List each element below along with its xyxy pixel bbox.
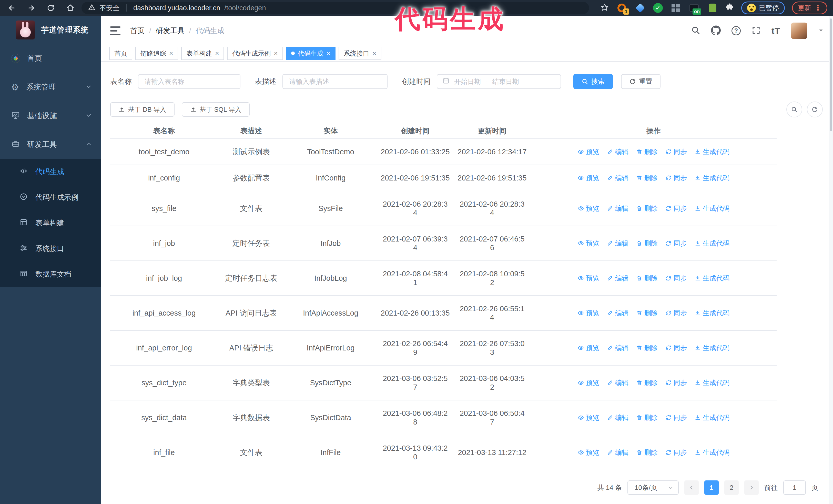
extension-feed-icon[interactable]: 1	[616, 2, 627, 14]
preview-link[interactable]: 预览	[578, 309, 599, 317]
generate-code-link[interactable]: 生成代码	[695, 173, 730, 182]
delete-link[interactable]: 删除	[636, 173, 658, 182]
edit-link[interactable]: 编辑	[607, 413, 628, 422]
prev-page-button[interactable]	[684, 480, 699, 495]
preview-link[interactable]: 预览	[578, 274, 599, 283]
preview-link[interactable]: 预览	[578, 343, 599, 352]
browser-update-chip[interactable]: 更新⋮	[792, 2, 827, 14]
bookmark-star-icon[interactable]	[600, 3, 609, 13]
delete-link[interactable]: 删除	[636, 239, 658, 248]
import-sql-button[interactable]: 基于 SQL 导入	[182, 102, 249, 117]
address-bar[interactable]: 不安全 dashboard.yudao.iocoder.cn/tool/code…	[81, 2, 589, 14]
help-icon[interactable]: ?	[732, 26, 741, 35]
edit-link[interactable]: 编辑	[607, 173, 628, 182]
delete-link[interactable]: 删除	[636, 343, 658, 352]
delete-link[interactable]: 删除	[636, 274, 658, 283]
sync-link[interactable]: 同步	[665, 147, 687, 156]
sidebar-item-db-doc[interactable]: 数据库文档	[0, 262, 101, 287]
edit-link[interactable]: 编辑	[607, 309, 628, 317]
caret-down-icon[interactable]	[818, 27, 824, 34]
tab-codegen[interactable]: 代码生成×	[286, 47, 335, 60]
sidebar-item-home[interactable]: 首页	[0, 44, 101, 73]
generate-code-link[interactable]: 生成代码	[695, 239, 730, 248]
sync-link[interactable]: 同步	[665, 343, 687, 352]
edit-link[interactable]: 编辑	[607, 448, 628, 457]
refresh-button[interactable]	[807, 101, 823, 117]
table-desc-input[interactable]	[282, 74, 387, 89]
preview-link[interactable]: 预览	[578, 239, 599, 248]
edit-link[interactable]: 编辑	[607, 274, 628, 283]
search-button[interactable]: 搜索	[573, 74, 613, 89]
sync-link[interactable]: 同步	[665, 274, 687, 283]
import-db-button[interactable]: 基于 DB 导入	[110, 102, 174, 117]
sync-link[interactable]: 同步	[665, 173, 687, 182]
tab-home[interactable]: 首页	[109, 47, 132, 60]
avatar[interactable]	[791, 23, 807, 39]
security-label[interactable]: 不安全	[99, 4, 119, 13]
close-icon[interactable]: ×	[327, 50, 330, 57]
sync-link[interactable]: 同步	[665, 309, 687, 317]
table-name-input[interactable]	[138, 74, 240, 89]
forward-icon[interactable]	[27, 4, 35, 12]
edit-link[interactable]: 编辑	[607, 147, 628, 156]
preview-link[interactable]: 预览	[578, 204, 599, 213]
delete-link[interactable]: 删除	[636, 378, 658, 387]
edit-link[interactable]: 编辑	[607, 204, 628, 213]
page-size-select[interactable]: 10条/页	[627, 480, 679, 495]
page-button-2[interactable]: 2	[724, 480, 739, 495]
date-start-placeholder[interactable]: 开始日期	[454, 77, 481, 86]
reset-button[interactable]: 重置	[621, 74, 661, 89]
preview-link[interactable]: 预览	[578, 147, 599, 156]
tab-form-builder[interactable]: 表单构建×	[181, 47, 224, 60]
close-icon[interactable]: ×	[373, 50, 376, 57]
generate-code-link[interactable]: 生成代码	[695, 274, 730, 283]
generate-code-link[interactable]: 生成代码	[695, 309, 730, 317]
extension-grid-icon[interactable]	[670, 2, 681, 14]
extension-check-icon[interactable]: ✓	[653, 3, 663, 13]
sync-link[interactable]: 同步	[665, 239, 687, 248]
preview-link[interactable]: 预览	[578, 378, 599, 387]
close-icon[interactable]: ×	[274, 50, 278, 57]
generate-code-link[interactable]: 生成代码	[695, 378, 730, 387]
next-page-button[interactable]	[744, 480, 759, 495]
scrollbar-thumb[interactable]	[830, 19, 832, 131]
search-icon[interactable]	[691, 26, 700, 36]
date-range-picker[interactable]: 开始日期 - 结束日期	[437, 74, 561, 89]
sidebar-item-codegen-example[interactable]: 代码生成示例	[0, 185, 101, 210]
tab-tracing[interactable]: 链路追踪×	[135, 47, 178, 60]
profile-paused-chip[interactable]: 已暂停	[741, 2, 785, 14]
sidebar-item-system[interactable]: ⚙ 系统管理	[0, 73, 101, 101]
sidebar-item-system-api[interactable]: 系统接口	[0, 236, 101, 262]
delete-link[interactable]: 删除	[636, 147, 658, 156]
home-icon[interactable]	[66, 4, 74, 12]
preview-link[interactable]: 预览	[578, 173, 599, 182]
toggle-search-button[interactable]	[786, 101, 802, 117]
delete-link[interactable]: 删除	[636, 204, 658, 213]
generate-code-link[interactable]: 生成代码	[695, 448, 730, 457]
close-icon[interactable]: ×	[169, 50, 173, 57]
generate-code-link[interactable]: 生成代码	[695, 413, 730, 422]
edit-link[interactable]: 编辑	[607, 343, 628, 352]
sync-link[interactable]: 同步	[665, 448, 687, 457]
generate-code-link[interactable]: 生成代码	[695, 204, 730, 213]
delete-link[interactable]: 删除	[636, 413, 658, 422]
extension-switch-icon[interactable]: on	[688, 2, 700, 14]
extension-gem-icon[interactable]	[635, 2, 646, 14]
date-end-placeholder[interactable]: 结束日期	[492, 77, 519, 86]
delete-link[interactable]: 删除	[636, 448, 658, 457]
page-button-1[interactable]: 1	[704, 480, 719, 495]
generate-code-link[interactable]: 生成代码	[695, 343, 730, 352]
back-icon[interactable]	[8, 4, 16, 12]
sidebar-item-infra[interactable]: 基础设施	[0, 101, 101, 130]
close-icon[interactable]: ×	[215, 50, 219, 57]
sidebar-logo-row[interactable]: 芋道管理系统	[0, 16, 101, 44]
tab-codegen-example[interactable]: 代码生成示例×	[227, 47, 283, 60]
breadcrumb-home[interactable]: 首页	[130, 26, 145, 35]
preview-link[interactable]: 预览	[578, 448, 599, 457]
preview-link[interactable]: 预览	[578, 413, 599, 422]
edit-link[interactable]: 编辑	[607, 378, 628, 387]
sidebar-item-devtools[interactable]: 研发工具	[0, 130, 101, 159]
breadcrumb-devtools[interactable]: 研发工具	[156, 26, 185, 35]
font-size-icon[interactable]: tT	[771, 26, 780, 36]
sync-link[interactable]: 同步	[665, 413, 687, 422]
